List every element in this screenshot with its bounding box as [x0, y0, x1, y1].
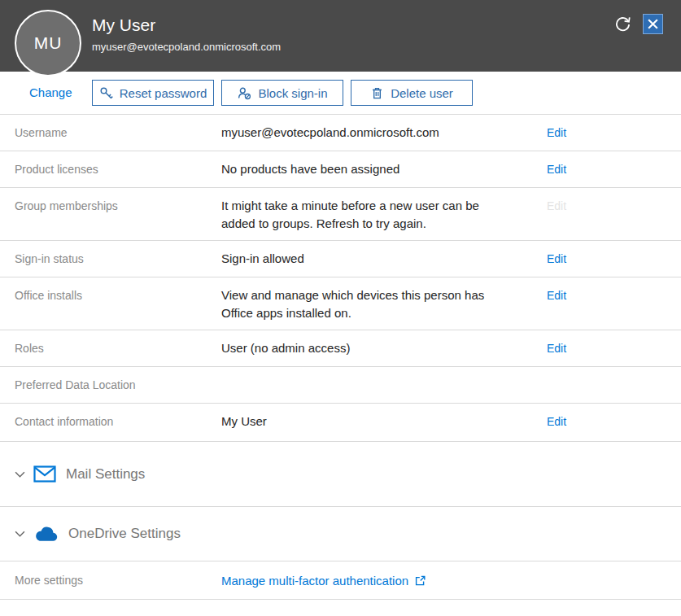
manage-mfa-link[interactable]: Manage multi-factor authentication [221, 574, 426, 588]
onedrive-cloud-icon [33, 526, 59, 542]
section-label: Mail Settings [66, 466, 145, 483]
row-label: Roles [15, 339, 221, 357]
trash-icon [370, 86, 384, 100]
row-value: It might take a minute before a new user… [221, 197, 490, 233]
chevron-down-icon [15, 531, 25, 537]
change-photo-link[interactable]: Change [29, 85, 72, 99]
section-onedrive-settings[interactable]: OneDrive Settings [0, 507, 681, 561]
row-signin-status: Sign-in status Sign-in allowed Edit [0, 241, 681, 277]
manage-mfa-link-label: Manage multi-factor authentication [221, 574, 408, 588]
close-icon [647, 18, 659, 30]
section-label: OneDrive Settings [68, 526, 181, 542]
more-settings-label: More settings [15, 574, 221, 587]
person-block-icon [237, 86, 251, 100]
block-signin-label: Block sign-in [258, 86, 327, 100]
reset-password-label: Reset password [120, 86, 207, 100]
row-more-settings: More settings Manage multi-factor authen… [0, 561, 681, 600]
row-label: Contact information [15, 413, 221, 430]
row-label: Sign-in status [15, 250, 221, 268]
edit-roles-link[interactable]: Edit [547, 339, 566, 357]
delete-user-label: Delete user [391, 86, 453, 100]
row-product-licenses: Product licenses No products have been a… [0, 151, 681, 188]
row-label: Username [15, 124, 221, 142]
row-value: View and manage which devices this perso… [221, 286, 490, 322]
user-toolbar: Change Reset password [0, 72, 681, 115]
page-title: My User [92, 15, 155, 35]
user-email: myuser@evotecpoland.onmicrosoft.com [92, 41, 281, 53]
block-signin-button[interactable]: Block sign-in [221, 80, 343, 106]
toolbar-buttons: Reset password Block sign-in [92, 80, 473, 106]
row-username: Username myuser@evotecpoland.onmicrosoft… [0, 115, 681, 151]
edit-signin-status-link[interactable]: Edit [547, 250, 566, 268]
external-link-icon [414, 574, 426, 587]
edit-group-memberships-link: Edit [547, 197, 566, 215]
edit-office-installs-link[interactable]: Edit [547, 286, 566, 304]
row-group-memberships: Group memberships It might take a minute… [0, 188, 681, 241]
row-office-installs: Office installs View and manage which de… [0, 277, 681, 330]
close-button[interactable] [643, 14, 663, 34]
row-label: Preferred Data Location [15, 376, 221, 394]
row-value: Sign-in allowed [221, 250, 490, 268]
row-value: myuser@evotecpoland.onmicrosoft.com [221, 124, 490, 142]
edit-contact-information-link[interactable]: Edit [547, 413, 566, 430]
refresh-button[interactable] [613, 15, 632, 33]
avatar-initials: MU [34, 33, 63, 53]
header-actions [613, 14, 663, 34]
edit-product-licenses-link[interactable]: Edit [547, 160, 566, 178]
row-label: Office installs [15, 286, 221, 304]
avatar[interactable]: MU [15, 10, 81, 76]
refresh-icon [613, 15, 632, 33]
mail-icon [33, 465, 56, 483]
edit-username-link[interactable]: Edit [547, 124, 566, 142]
delete-user-button[interactable]: Delete user [351, 80, 473, 106]
key-icon [99, 86, 113, 100]
section-mail-settings[interactable]: Mail Settings [0, 442, 681, 507]
row-value: My User [221, 413, 490, 430]
reset-password-button[interactable]: Reset password [92, 80, 214, 106]
chevron-down-icon [15, 471, 25, 478]
row-contact-information: Contact information My User Edit [0, 404, 681, 442]
row-value: No products have been assigned [221, 160, 490, 178]
row-preferred-data-location: Preferred Data Location [0, 367, 681, 404]
row-label: Product licenses [15, 160, 221, 178]
row-value: User (no admin access) [221, 339, 490, 357]
user-details-panel: MU My User myuser@evotecpoland.onmicroso… [0, 0, 681, 616]
row-label: Group memberships [15, 197, 221, 215]
panel-header: MU My User myuser@evotecpoland.onmicroso… [0, 0, 681, 72]
row-roles: Roles User (no admin access) Edit [0, 330, 681, 367]
